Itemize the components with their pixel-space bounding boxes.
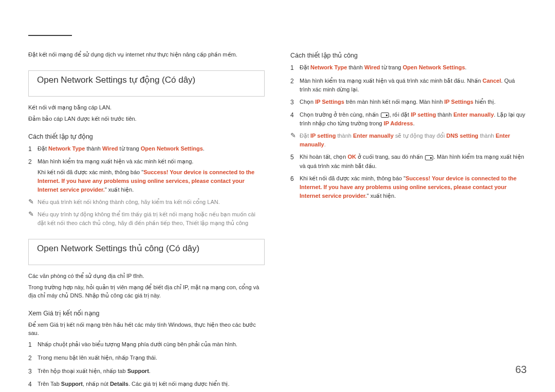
- pencil-icon: ✎: [290, 132, 300, 149]
- step-text: Chọn trường ở trên cùng, nhấn , rồi đặt …: [300, 110, 527, 128]
- note-item: ✎Nếu quá trình kết nối không thành công,…: [28, 198, 265, 207]
- subheading-manual-setup: Cách thiết lập thủ công: [290, 51, 527, 59]
- section-heading-manual: Open Network Settings thủ công (Có dây): [28, 239, 265, 265]
- step-number: 3: [28, 367, 38, 377]
- para-windows-instr: Để xem Giá trị kết nối mạng trên hầu hết…: [28, 321, 265, 338]
- note-item: ✎Nếu quy trình tự động không thể tìm thấ…: [28, 210, 265, 228]
- step-number: 6: [290, 174, 300, 200]
- heading-auto-wired: Open Network Settings tự động (Có dây): [34, 73, 198, 86]
- note-text: Nếu quá trình kết nối không thành công, …: [38, 198, 265, 207]
- step-text: Khi hoàn tất, chọn OK ở cuối trang, sau …: [300, 153, 527, 170]
- step-number: 1: [28, 144, 38, 154]
- para-lan-connect: Kết nối với mạng bằng cáp LAN.: [28, 104, 265, 112]
- step-item: 6Khi kết nối đã được xác minh, thông báo…: [290, 174, 527, 200]
- auto-notes-list: ✎Nếu quá trình kết nối không thành công,…: [28, 198, 265, 228]
- step-item: 1Nhấp chuột phải vào biểu tượng Mạng phí…: [28, 340, 265, 350]
- subheading-auto-setup: Cách thiết lập tự động: [28, 133, 265, 140]
- step-number: 1: [28, 340, 38, 350]
- step-number: 1: [290, 63, 300, 73]
- step-item: 2Màn hình kiểm tra mạng xuất hiện và quá…: [290, 77, 527, 94]
- step-number: 4: [28, 380, 38, 389]
- section-divider: [28, 35, 72, 36]
- step-text: Trên Tab Support, nhấp nút Details. Các …: [38, 380, 265, 389]
- section-heading-auto: Open Network Settings tự động (Có dây): [28, 70, 265, 97]
- view-values-steps: 1Nhấp chuột phải vào biểu tượng Mạng phí…: [28, 340, 265, 389]
- step-text: Đặt Network Type thành Wired từ trang Op…: [300, 63, 527, 73]
- step-item: 3Chọn IP Settings trên màn hình kết nối …: [290, 98, 527, 107]
- pencil-icon: ✎: [28, 210, 38, 228]
- step-item: 4Trên Tab Support, nhấp nút Details. Các…: [28, 380, 265, 389]
- step-text: Đặt Network Type thành Wired từ trang Op…: [38, 144, 265, 154]
- step-item: 1Đặt Network Type thành Wired từ trang O…: [28, 144, 265, 154]
- step-text: Trên hộp thoại xuất hiện, nhấp tab Suppo…: [38, 367, 265, 377]
- step-text: Màn hình kiểm tra mạng xuất hiện và xác …: [38, 157, 265, 194]
- step-number: 2: [28, 157, 38, 194]
- step-text: Khi kết nối đã được xác minh, thông báo …: [300, 174, 527, 200]
- left-column: Đặt kết nối mạng để sử dụng dịch vụ inte…: [28, 51, 265, 392]
- step-number: 4: [290, 110, 300, 128]
- step-item: 3Trên hộp thoại xuất hiện, nhấp tab Supp…: [28, 367, 265, 377]
- step-item: 2Màn hình kiểm tra mạng xuất hiện và xác…: [28, 157, 265, 194]
- step-number: 2: [290, 77, 300, 94]
- page-number: 63: [515, 364, 527, 376]
- manual-steps-list: 1Đặt Network Type thành Wired từ trang O…: [290, 63, 527, 200]
- step-item: 1Đặt Network Type thành Wired từ trang O…: [290, 63, 527, 73]
- pencil-icon: ✎: [28, 198, 38, 207]
- para-lan-first: Đảm bảo cáp LAN được kết nối trước tiên.: [28, 115, 265, 123]
- step-item: 5Khi hoàn tất, chọn OK ở cuối trang, sau…: [290, 153, 527, 170]
- step-text: Trong menu bật lên xuất hiện, nhấp Trạng…: [38, 353, 265, 363]
- step-item: 4Chọn trường ở trên cùng, nhấn , rồi đặt…: [290, 110, 527, 128]
- para-ask-admin: Trong trường hợp này, hỏi quản trị viên …: [28, 284, 265, 300]
- step-number: 2: [28, 353, 38, 363]
- note-item: ✎Đặt IP setting thành Enter manually sẽ …: [290, 132, 527, 149]
- step-text: Màn hình kiểm tra mạng xuất hiện và quá …: [300, 77, 527, 94]
- note-text: Nếu quy trình tự động không thể tìm thấy…: [38, 210, 265, 228]
- step-text: Chọn IP Settings trên màn hình kết nối m…: [300, 98, 527, 107]
- step-text: Đặt IP setting thành Enter manually sẽ t…: [300, 132, 527, 149]
- enter-key-icon: [381, 113, 389, 118]
- heading-manual-wired: Open Network Settings thủ công (Có dây): [34, 242, 202, 255]
- enter-key-icon: [425, 155, 433, 160]
- step-item: 2Trong menu bật lên xuất hiện, nhấp Trạn…: [28, 353, 265, 363]
- subheading-view-values: Xem Giá trị kết nối nạng: [28, 309, 265, 317]
- two-column-layout: Đặt kết nối mạng để sử dụng dịch vụ inte…: [28, 51, 527, 392]
- step-text: Nhấp chuột phải vào biểu tượng Mạng phía…: [38, 340, 265, 350]
- right-column: Cách thiết lập thủ công 1Đặt Network Typ…: [290, 51, 527, 392]
- para-static-ip: Các văn phòng có thể sử dụng địa chỉ IP …: [28, 272, 265, 281]
- auto-steps-list: 1Đặt Network Type thành Wired từ trang O…: [28, 144, 265, 194]
- step-number: 3: [290, 98, 300, 107]
- step-number: 5: [290, 153, 300, 170]
- intro-text: Đặt kết nối mạng để sử dụng dịch vụ inte…: [28, 51, 265, 58]
